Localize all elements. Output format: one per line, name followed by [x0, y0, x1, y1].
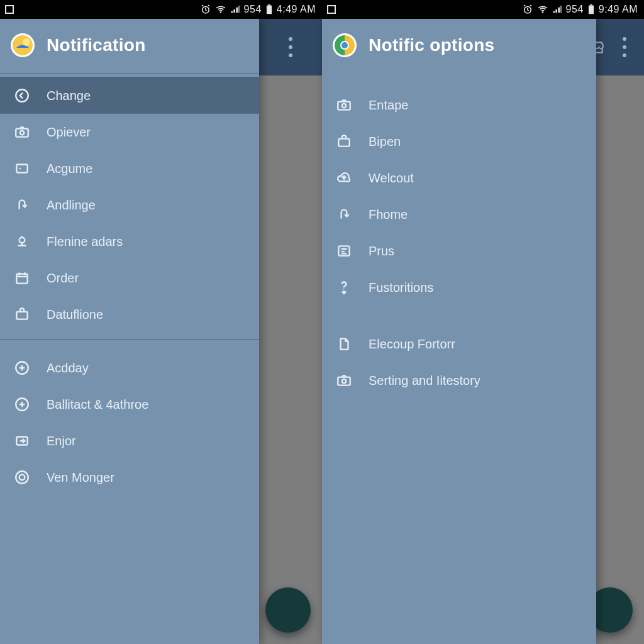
svg-rect-12: [16, 274, 27, 284]
menu-item-order[interactable]: Order: [0, 260, 259, 296]
alarm-icon: [200, 4, 211, 15]
menu-item-fhome[interactable]: Fhome: [322, 196, 596, 233]
menu-item-serting[interactable]: Serting and Iitestory: [322, 362, 596, 399]
camera-icon: [335, 371, 353, 390]
arrow-box-icon: [13, 431, 31, 450]
fab-button[interactable]: [265, 587, 311, 633]
signal-icon: [552, 4, 562, 14]
svg-point-7: [16, 89, 28, 102]
nav-drawer: Notific options Entape Bipen: [322, 19, 596, 644]
svg-rect-13: [16, 312, 27, 319]
menu-label: Change: [47, 89, 91, 103]
app-avatar-icon: [332, 33, 357, 58]
svg-point-18: [19, 475, 25, 480]
drawer-title: Notific options: [369, 35, 494, 55]
overflow-menu-button[interactable]: [613, 28, 636, 66]
menu-label: Ballitact & 4athroe: [47, 397, 148, 412]
status-number: 954: [566, 4, 584, 15]
menu-item-change[interactable]: Change: [0, 77, 259, 114]
svg-point-30: [343, 289, 344, 290]
drawer-menu-secondary: Elecoup Fortorr Serting and Iitestory: [322, 322, 596, 399]
drawer-menu-primary: Entape Bipen Welcout: [322, 73, 596, 306]
svg-rect-26: [338, 102, 350, 110]
news-icon: [335, 242, 353, 260]
back-circle-icon: [13, 86, 31, 105]
menu-label: Datuflione: [47, 308, 103, 322]
menu-label: Bipen: [369, 135, 401, 149]
menu-item-fustoritions[interactable]: Fustoritions: [322, 269, 596, 306]
svg-point-32: [342, 379, 347, 384]
menu-item-entape[interactable]: Entape: [322, 87, 596, 123]
drawer-title: Notification: [47, 35, 146, 55]
menu-gap: [322, 306, 596, 322]
menu-label: Fustoritions: [369, 280, 433, 295]
svg-point-9: [20, 131, 25, 135]
status-time: 4:49 AM: [277, 4, 316, 15]
u-turn-icon: [13, 196, 31, 214]
menu-item-flenine[interactable]: Flenine adars: [0, 223, 259, 260]
notification-icon: [327, 5, 336, 14]
svg-point-17: [16, 471, 28, 484]
battery-icon: [265, 4, 273, 15]
svg-point-1: [219, 11, 221, 13]
app-avatar-icon: [10, 33, 35, 58]
svg-rect-21: [589, 5, 594, 14]
menu-label: Acdday: [47, 361, 89, 375]
notification-icon: [5, 5, 14, 14]
drawer-header: Notific options: [322, 19, 596, 73]
svg-point-6: [23, 38, 30, 46]
menu-item-datuflione[interactable]: Datuflione: [0, 296, 259, 333]
overflow-menu-button[interactable]: [279, 28, 302, 66]
menu-item-elecoup[interactable]: Elecoup Fortorr: [322, 326, 596, 362]
card-icon: [13, 159, 31, 178]
battery-icon: [587, 4, 595, 15]
menu-item-welcout[interactable]: Welcout: [322, 160, 596, 196]
menu-item-ballitact[interactable]: Ballitact & 4athroe: [0, 386, 259, 423]
calendar-icon: [13, 269, 31, 287]
menu-item-andlinge[interactable]: Andlinge: [0, 187, 259, 223]
menu-label: Andlinge: [47, 198, 96, 213]
nav-drawer: Notification Change Opiever: [0, 19, 259, 644]
menu-item-prus[interactable]: Prus: [322, 233, 596, 269]
drawer-menu-primary: Change Opiever Acgume: [0, 74, 259, 333]
menu-item-bipen[interactable]: Bipen: [322, 123, 596, 160]
menu-label: Flenine adars: [47, 235, 123, 249]
svg-point-25: [341, 42, 348, 48]
alarm-icon: [522, 4, 533, 15]
cloud-upload-icon: [335, 169, 353, 187]
menu-divider: [0, 339, 259, 340]
status-number: 954: [244, 4, 262, 15]
status-bar: 954 9:49 AM: [322, 0, 644, 19]
svg-point-11: [19, 238, 25, 243]
svg-rect-31: [338, 377, 350, 386]
svg-point-27: [342, 104, 347, 108]
briefcase-icon: [13, 305, 31, 324]
plus-circle-icon: [13, 395, 31, 414]
menu-item-acgume[interactable]: Acgume: [0, 150, 259, 187]
menu-label: Welcout: [369, 171, 414, 186]
help-download-icon: [335, 278, 353, 297]
svg-rect-2: [267, 5, 272, 14]
file-icon: [335, 335, 353, 353]
svg-point-20: [541, 11, 543, 13]
menu-item-acdday[interactable]: Acdday: [0, 350, 259, 386]
menu-label: Elecoup Fortorr: [369, 337, 455, 352]
menu-label: Enjor: [47, 434, 76, 448]
drawer-menu-secondary: Acdday Ballitact & 4athroe Enjor: [0, 346, 259, 496]
menu-label: Prus: [369, 244, 394, 258]
menu-label: Fhome: [369, 208, 408, 222]
phone-left: 954 4:49 AM: [0, 0, 322, 644]
plus-circle-icon: [13, 358, 31, 377]
menu-item-venmonger[interactable]: Ven Monger: [0, 459, 259, 496]
u-turn-icon: [335, 205, 353, 224]
camera-icon: [335, 96, 353, 114]
menu-item-opiever[interactable]: Opiever: [0, 114, 259, 150]
wifi-icon: [537, 4, 548, 15]
svg-rect-22: [590, 4, 592, 6]
target-icon: [13, 468, 31, 487]
menu-label: Ven Monger: [47, 470, 114, 485]
status-bar: 954 4:49 AM: [0, 0, 322, 19]
menu-label: Opiever: [47, 125, 91, 140]
menu-label: Serting and Iitestory: [369, 374, 480, 388]
menu-item-enjor[interactable]: Enjor: [0, 423, 259, 459]
